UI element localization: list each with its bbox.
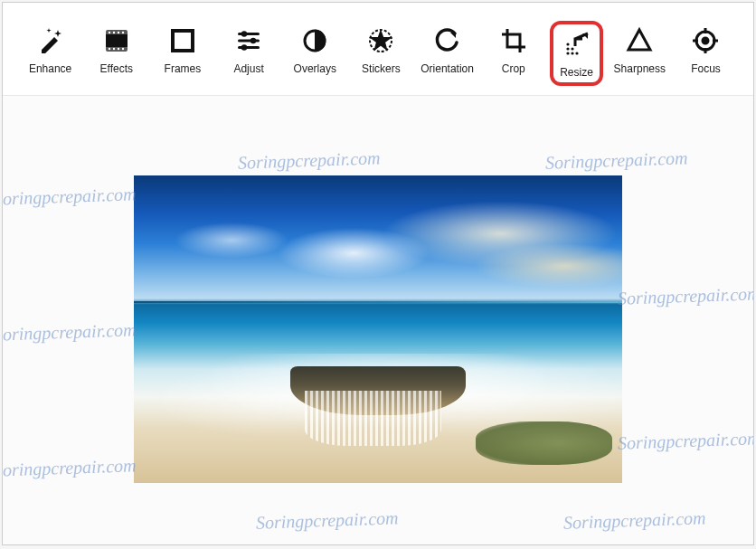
tool-resize[interactable]: Resize — [550, 21, 602, 86]
watermark: Soringpcrepair.com — [3, 184, 137, 209]
tool-adjust[interactable]: Adjust — [220, 21, 279, 86]
overlays-icon — [298, 24, 331, 57]
svg-point-7 — [109, 48, 110, 50]
resize-icon — [561, 28, 593, 61]
tool-overlays[interactable]: Overlays — [286, 21, 345, 86]
tool-sharpness[interactable]: Sharpness — [610, 21, 669, 86]
tool-label: Sharpness — [614, 62, 666, 75]
svg-rect-14 — [238, 40, 260, 43]
svg-point-26 — [566, 43, 569, 45]
tool-label: Effects — [100, 62, 133, 75]
tool-label: Enhance — [29, 62, 71, 75]
tool-effects[interactable]: Effects — [87, 21, 146, 86]
sharpness-icon — [623, 24, 656, 57]
toolbar: Enhance Effects Frames Adjust Overlays — [3, 3, 753, 96]
svg-point-24 — [566, 47, 569, 50]
watermark: Soringpcrepair.com — [618, 283, 753, 308]
photo-preview — [134, 175, 622, 483]
photo-editor-app: Enhance Effects Frames Adjust Overlays — [2, 2, 754, 545]
svg-point-21 — [566, 52, 569, 54]
tool-orientation[interactable]: Orientation — [418, 21, 477, 86]
svg-point-8 — [113, 48, 115, 50]
svg-rect-16 — [238, 46, 260, 49]
svg-point-23 — [575, 52, 578, 54]
svg-point-6 — [122, 32, 124, 33]
tool-crop[interactable]: Crop — [484, 21, 543, 86]
tool-stickers[interactable]: Stickers — [352, 21, 411, 86]
svg-point-9 — [118, 48, 119, 50]
adjust-icon — [232, 24, 265, 57]
svg-point-22 — [571, 52, 573, 54]
watermark: Soringpcrepair.com — [545, 147, 688, 173]
tool-label: Crop — [502, 62, 525, 75]
tool-frames[interactable]: Frames — [153, 21, 212, 86]
enhance-icon — [34, 24, 67, 57]
svg-point-10 — [122, 48, 124, 50]
svg-rect-12 — [238, 33, 260, 35]
tool-enhance[interactable]: Enhance — [21, 21, 80, 86]
tool-label: Orientation — [421, 62, 474, 75]
crop-icon — [497, 24, 530, 57]
svg-point-3 — [109, 32, 110, 33]
svg-point-17 — [241, 44, 247, 50]
svg-point-15 — [250, 38, 256, 43]
tool-label: Frames — [165, 62, 202, 75]
canvas-area[interactable]: Soringpcrepair.com Soringpcrepair.com So… — [3, 96, 753, 544]
tool-label: Resize — [560, 66, 593, 79]
frames-icon — [166, 24, 199, 57]
orientation-icon — [431, 24, 464, 57]
watermark: Soringpcrepair.com — [563, 507, 706, 533]
stickers-icon — [364, 24, 397, 57]
svg-point-28 — [703, 38, 708, 43]
watermark: Soringpcrepair.com — [618, 428, 753, 453]
svg-point-4 — [113, 32, 115, 33]
watermark: Soringpcrepair.com — [3, 319, 137, 345]
effects-icon — [100, 24, 133, 57]
watermark: Soringpcrepair.com — [3, 455, 137, 480]
svg-rect-11 — [173, 31, 193, 51]
svg-point-13 — [241, 31, 247, 36]
svg-point-5 — [118, 32, 119, 33]
svg-point-25 — [571, 47, 573, 50]
tool-label: Adjust — [233, 62, 263, 75]
focus-icon — [689, 24, 722, 57]
tool-label: Stickers — [362, 62, 401, 75]
tool-focus[interactable]: Focus — [676, 21, 735, 86]
watermark: Soringpcrepair.com — [256, 507, 399, 533]
tool-label: Overlays — [294, 62, 336, 75]
tool-label: Focus — [691, 62, 721, 75]
watermark: Soringpcrepair.com — [238, 147, 381, 173]
